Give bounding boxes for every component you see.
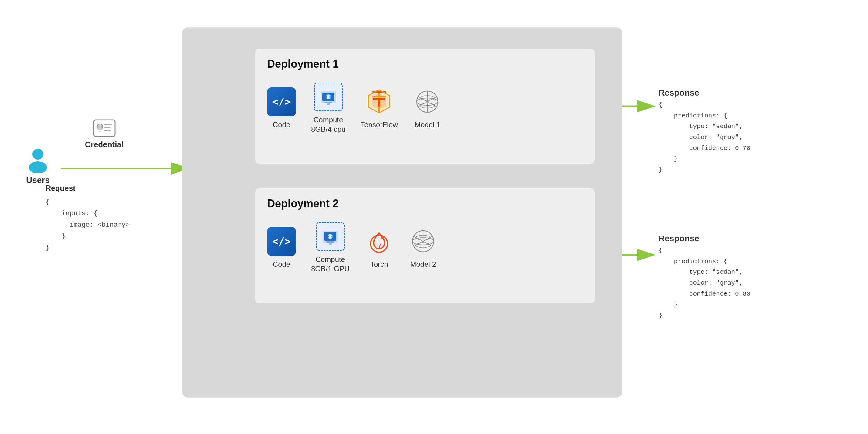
svg-point-14 <box>97 127 102 130</box>
pytorch-icon <box>365 227 394 256</box>
svg-rect-44 <box>326 241 334 243</box>
svg-rect-24 <box>324 102 332 103</box>
response-1-section: Response { predictions: { type: "sedan",… <box>659 88 750 176</box>
tensorflow-icon <box>365 87 394 116</box>
deployment-1-title: Deployment 1 <box>267 58 583 70</box>
model2-icon <box>409 227 438 256</box>
request-title: Request <box>45 182 130 194</box>
compute-label-1: Compute8GB/4 cpu <box>311 115 345 134</box>
svg-point-26 <box>326 96 328 98</box>
credential-label: Credential <box>85 140 124 149</box>
model1-label: Model 1 <box>414 120 440 129</box>
code-icon-1: </> <box>267 87 296 116</box>
response-2-code: { predictions: { type: "sedan", color: "… <box>659 245 750 321</box>
deployment-area: Deployment 1 </> Code <box>182 27 622 398</box>
compute-svg-1 <box>318 87 339 108</box>
users-section: Users <box>24 146 52 185</box>
deployment-2-compute-item: Compute8GB/1 GPU <box>311 222 350 274</box>
torch-label: Torch <box>370 259 388 269</box>
compute-icon-2 <box>316 222 345 251</box>
tensorflow-label: TensorFlow <box>361 120 398 129</box>
deployment-1-box: Deployment 1 </> Code <box>255 49 595 164</box>
deployment-2-title: Deployment 2 <box>267 197 583 210</box>
deployment-1-model-item: Model 1 <box>413 87 442 129</box>
svg-rect-11 <box>104 127 111 128</box>
svg-point-47 <box>329 236 331 237</box>
model2-label: Model 2 <box>410 259 436 269</box>
svg-point-6 <box>29 161 47 173</box>
svg-rect-25 <box>327 103 330 105</box>
code-label-1: Code <box>273 120 290 129</box>
deployment-2-model-item: Model 2 <box>409 227 438 269</box>
svg-point-27 <box>328 96 329 98</box>
svg-rect-10 <box>104 124 112 125</box>
diagram-container: Users Credential Request { inputs: { ima… <box>0 0 868 434</box>
credential-icon <box>92 118 117 138</box>
svg-point-46 <box>328 236 329 237</box>
compute-icon-1 <box>314 83 343 112</box>
user-icon <box>24 146 52 173</box>
deployment-1-tf-item: TensorFlow <box>361 87 398 129</box>
deployment-1-compute-item: Compute8GB/4 cpu <box>311 83 345 134</box>
compute-svg-2 <box>319 226 341 247</box>
credential-box: Credential <box>85 118 124 149</box>
response-2-title: Response <box>659 234 750 243</box>
deployment-2-code-item: </> Code <box>267 227 296 269</box>
svg-point-28 <box>329 96 331 98</box>
svg-point-5 <box>32 149 43 160</box>
response-1-title: Response <box>659 88 750 98</box>
svg-point-48 <box>331 236 333 237</box>
response-2-section: Response { predictions: { type: "sedan",… <box>659 234 750 321</box>
deployment-2-box: Deployment 2 </> Code <box>255 188 595 304</box>
svg-point-50 <box>381 236 384 239</box>
request-code: { inputs: { image: <binary> } } <box>45 197 130 253</box>
response-1-code: { predictions: { type: "sedan", color: "… <box>659 99 750 176</box>
deployment-1-code-item: </> Code <box>267 87 296 129</box>
code-label-2: Code <box>273 259 290 269</box>
deployment-2-icons: </> Code <box>267 219 583 274</box>
deployment-2-torch-item: Torch <box>365 227 394 269</box>
request-text: Request { inputs: { image: <binary> } } <box>45 182 130 253</box>
deployment-1-icons: </> Code <box>267 80 583 134</box>
svg-rect-12 <box>104 130 111 131</box>
compute-label-2: Compute8GB/1 GPU <box>311 255 350 274</box>
svg-rect-33 <box>378 100 380 106</box>
svg-point-13 <box>98 124 102 127</box>
svg-rect-45 <box>329 243 332 245</box>
svg-rect-32 <box>373 98 385 100</box>
code-icon-2: </> <box>267 227 296 256</box>
model1-icon <box>413 87 442 116</box>
